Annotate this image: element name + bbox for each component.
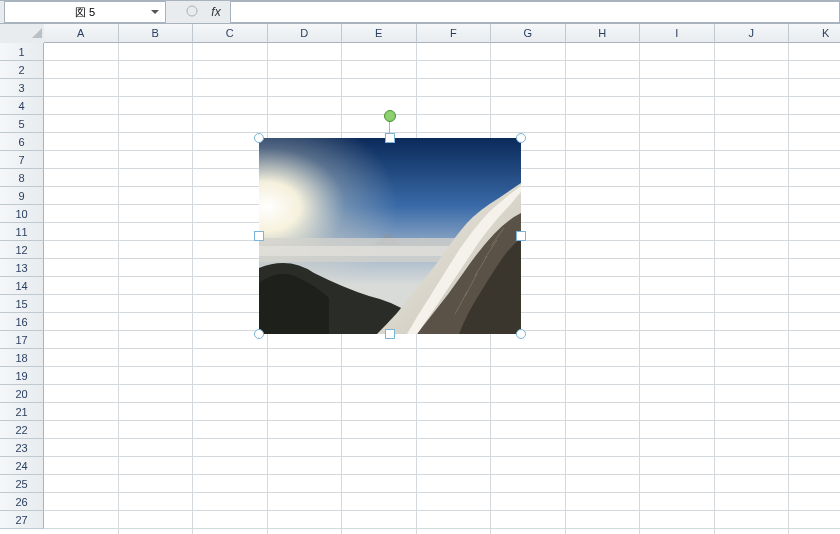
column-header[interactable]: A	[44, 24, 119, 43]
row-header[interactable]: 4	[0, 97, 44, 115]
row-header[interactable]: 16	[0, 313, 44, 331]
row-header[interactable]: 15	[0, 295, 44, 313]
fx-area: fx	[186, 4, 224, 20]
row-header[interactable]: 26	[0, 493, 44, 511]
resize-handle-e[interactable]	[516, 231, 526, 241]
name-box-dropdown-icon[interactable]	[147, 2, 163, 22]
column-header[interactable]: D	[268, 24, 343, 43]
inserted-picture[interactable]	[259, 138, 521, 334]
row-header[interactable]: 23	[0, 439, 44, 457]
row-header[interactable]: 11	[0, 223, 44, 241]
rotate-connector	[389, 120, 390, 134]
formula-input[interactable]	[230, 1, 840, 23]
row-header[interactable]: 21	[0, 403, 44, 421]
resize-handle-n[interactable]	[385, 133, 395, 143]
resize-handle-ne[interactable]	[516, 133, 526, 143]
column-header[interactable]: E	[342, 24, 417, 43]
row-header[interactable]: 1	[0, 43, 44, 61]
name-box-value: 図 5	[5, 5, 147, 20]
row-header[interactable]: 13	[0, 259, 44, 277]
row-header[interactable]: 17	[0, 331, 44, 349]
sheet-area: ABCDEFGHIJK 1234567891011121314151617181…	[0, 24, 840, 534]
select-all-corner[interactable]	[0, 24, 45, 44]
row-header[interactable]: 18	[0, 349, 44, 367]
column-header[interactable]: B	[119, 24, 194, 43]
row-header[interactable]: 12	[0, 241, 44, 259]
name-box[interactable]: 図 5	[4, 1, 166, 23]
row-header[interactable]: 25	[0, 475, 44, 493]
resize-handle-nw[interactable]	[254, 133, 264, 143]
column-header[interactable]: J	[715, 24, 790, 43]
circle-icon	[186, 5, 198, 19]
cell-grid[interactable]	[44, 43, 840, 534]
row-header[interactable]: 7	[0, 151, 44, 169]
column-header[interactable]: K	[789, 24, 840, 43]
fx-icon[interactable]: fx	[208, 4, 224, 20]
column-header[interactable]: G	[491, 24, 566, 43]
resize-handle-w[interactable]	[254, 231, 264, 241]
row-header[interactable]: 6	[0, 133, 44, 151]
row-header[interactable]: 22	[0, 421, 44, 439]
row-header[interactable]: 27	[0, 511, 44, 529]
column-header[interactable]: C	[193, 24, 268, 43]
resize-handle-sw[interactable]	[254, 329, 264, 339]
column-headers: ABCDEFGHIJK	[44, 24, 840, 43]
svg-point-0	[187, 6, 197, 16]
column-header[interactable]: F	[417, 24, 492, 43]
row-header[interactable]: 20	[0, 385, 44, 403]
row-headers: 1234567891011121314151617181920212223242…	[0, 43, 44, 529]
row-header[interactable]: 14	[0, 277, 44, 295]
row-header[interactable]: 8	[0, 169, 44, 187]
row-header[interactable]: 9	[0, 187, 44, 205]
column-header[interactable]: H	[566, 24, 641, 43]
row-header[interactable]: 10	[0, 205, 44, 223]
resize-handle-se[interactable]	[516, 329, 526, 339]
row-header[interactable]: 19	[0, 367, 44, 385]
row-header[interactable]: 3	[0, 79, 44, 97]
formula-bar: 図 5 fx	[0, 0, 840, 24]
row-header[interactable]: 2	[0, 61, 44, 79]
column-header[interactable]: I	[640, 24, 715, 43]
rotate-handle[interactable]	[384, 110, 396, 122]
row-header[interactable]: 5	[0, 115, 44, 133]
mountain-image	[259, 138, 521, 334]
resize-handle-s[interactable]	[385, 329, 395, 339]
row-header[interactable]: 24	[0, 457, 44, 475]
